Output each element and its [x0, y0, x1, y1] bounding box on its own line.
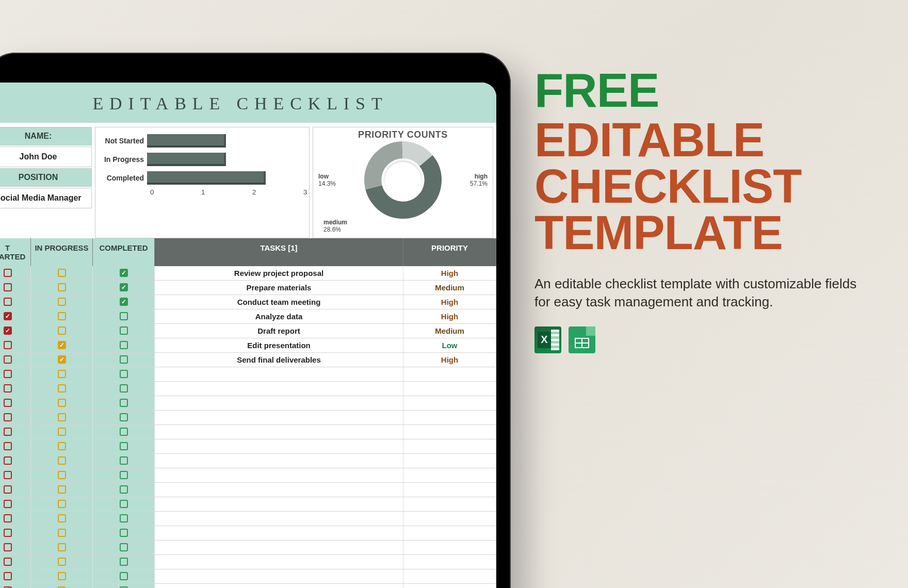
checkbox-grn[interactable]	[120, 456, 128, 465]
task-cell[interactable]	[155, 439, 403, 453]
checkbox-grn[interactable]	[120, 413, 128, 421]
priority-cell[interactable]: High	[403, 266, 496, 280]
priority-cell[interactable]: Low	[403, 338, 496, 352]
priority-cell[interactable]	[403, 468, 496, 482]
priority-cell[interactable]	[403, 497, 496, 511]
checkbox-red[interactable]	[4, 370, 12, 378]
checkbox-grn[interactable]	[120, 442, 128, 450]
priority-cell[interactable]: Medium	[403, 281, 496, 295]
checkbox-red[interactable]	[4, 413, 12, 421]
checkbox-yel[interactable]	[58, 341, 66, 349]
task-cell[interactable]	[155, 584, 403, 588]
task-cell[interactable]	[155, 425, 403, 439]
checkbox-grn[interactable]	[120, 471, 128, 479]
checkbox-yel[interactable]	[58, 384, 66, 393]
task-cell[interactable]	[155, 382, 403, 396]
checkbox-yel[interactable]	[58, 471, 66, 479]
checkbox-grn[interactable]	[120, 572, 128, 580]
task-cell[interactable]	[155, 367, 403, 381]
checkbox-grn[interactable]	[120, 485, 128, 494]
checkbox-yel[interactable]	[58, 514, 66, 522]
priority-cell[interactable]	[403, 411, 496, 424]
checkbox-red[interactable]	[4, 326, 12, 335]
task-cell[interactable]	[155, 483, 403, 497]
priority-cell[interactable]	[403, 454, 496, 468]
priority-cell[interactable]	[403, 396, 496, 410]
checkbox-grn[interactable]	[120, 326, 128, 335]
checkbox-yel[interactable]	[58, 312, 66, 320]
position-value[interactable]: Social Media Manager	[0, 188, 92, 208]
priority-cell[interactable]	[403, 526, 496, 540]
checkbox-red[interactable]	[4, 572, 12, 580]
priority-cell[interactable]: Medium	[403, 324, 496, 338]
checkbox-grn[interactable]	[120, 500, 128, 508]
checkbox-grn[interactable]	[120, 558, 128, 566]
checkbox-grn[interactable]	[120, 269, 128, 277]
checkbox-yel[interactable]	[58, 543, 66, 551]
checkbox-yel[interactable]	[58, 298, 66, 306]
checkbox-grn[interactable]	[120, 298, 128, 306]
task-cell[interactable]	[155, 541, 403, 554]
checkbox-red[interactable]	[4, 543, 12, 551]
name-value[interactable]: John Doe	[0, 146, 92, 167]
checkbox-red[interactable]	[4, 428, 12, 436]
checkbox-grn[interactable]	[120, 543, 128, 551]
checkbox-red[interactable]	[4, 529, 12, 537]
priority-cell[interactable]	[403, 512, 496, 526]
priority-cell[interactable]	[403, 425, 496, 439]
checkbox-grn[interactable]	[120, 355, 128, 364]
checkbox-grn[interactable]	[120, 428, 128, 436]
checkbox-grn[interactable]	[120, 341, 128, 349]
priority-cell[interactable]	[403, 555, 496, 569]
checkbox-yel[interactable]	[58, 326, 66, 335]
task-cell[interactable]: Send final deliverables	[155, 353, 403, 367]
checkbox-red[interactable]	[4, 355, 12, 364]
checkbox-grn[interactable]	[120, 370, 128, 378]
checkbox-grn[interactable]	[120, 312, 128, 320]
checkbox-red[interactable]	[4, 312, 12, 320]
task-cell[interactable]: Review project proposal	[155, 266, 403, 280]
task-cell[interactable]: Analyze data	[155, 309, 403, 323]
task-cell[interactable]	[155, 411, 403, 424]
priority-cell[interactable]: High	[403, 309, 496, 323]
task-cell[interactable]	[155, 396, 403, 410]
checkbox-red[interactable]	[4, 399, 12, 407]
checkbox-grn[interactable]	[120, 384, 128, 393]
task-cell[interactable]	[155, 555, 403, 569]
checkbox-yel[interactable]	[58, 283, 66, 291]
checkbox-grn[interactable]	[120, 514, 128, 522]
checkbox-red[interactable]	[4, 558, 12, 566]
checkbox-yel[interactable]	[58, 500, 66, 508]
checkbox-red[interactable]	[4, 283, 12, 291]
checkbox-red[interactable]	[4, 471, 12, 479]
checkbox-yel[interactable]	[58, 572, 66, 580]
checkbox-yel[interactable]	[58, 456, 66, 465]
checkbox-yel[interactable]	[58, 442, 66, 450]
priority-cell[interactable]	[403, 382, 496, 396]
checkbox-yel[interactable]	[58, 428, 66, 436]
checkbox-grn[interactable]	[120, 283, 128, 291]
task-cell[interactable]	[155, 468, 403, 482]
checkbox-red[interactable]	[4, 442, 12, 450]
priority-cell[interactable]	[403, 584, 496, 588]
checkbox-grn[interactable]	[120, 399, 128, 407]
task-cell[interactable]	[155, 454, 403, 468]
task-cell[interactable]: Conduct team meeting	[155, 295, 403, 309]
task-cell[interactable]	[155, 512, 403, 526]
task-cell[interactable]: Edit presentation	[155, 338, 403, 352]
priority-cell[interactable]	[403, 439, 496, 453]
checkbox-red[interactable]	[4, 514, 12, 522]
task-cell[interactable]	[155, 569, 403, 583]
task-cell[interactable]	[155, 497, 403, 511]
priority-cell[interactable]: High	[403, 295, 496, 309]
task-cell[interactable]: Draft report	[155, 324, 403, 338]
priority-cell[interactable]	[403, 541, 496, 554]
checkbox-yel[interactable]	[58, 529, 66, 537]
checkbox-yel[interactable]	[58, 370, 66, 378]
checkbox-red[interactable]	[4, 500, 12, 508]
task-cell[interactable]	[155, 526, 403, 540]
checkbox-yel[interactable]	[58, 413, 66, 421]
checkbox-red[interactable]	[4, 384, 12, 393]
priority-cell[interactable]: High	[403, 353, 496, 367]
checkbox-grn[interactable]	[120, 529, 128, 537]
